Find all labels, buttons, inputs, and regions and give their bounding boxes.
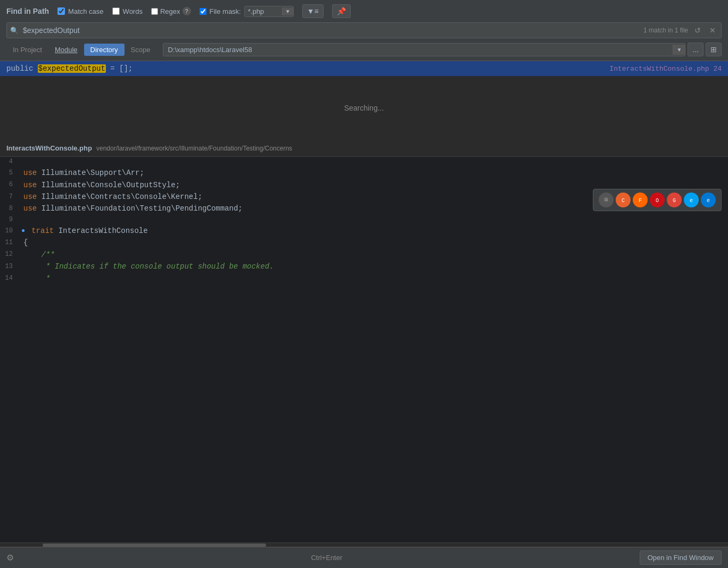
line-content-5: use Illuminate\Support\Arr; — [19, 167, 148, 179]
directory-input-row: ▼ — [163, 43, 685, 56]
line-num-7: 7 — [0, 191, 19, 203]
line-content-8: use Illuminate\Foundation\Testing\Pendin… — [19, 203, 247, 214]
tab-directory[interactable]: Directory — [84, 44, 125, 56]
code-line-14: 14 * — [0, 273, 728, 285]
line-content-14: * — [19, 273, 54, 285]
line-content-12: /** — [19, 249, 59, 261]
code-line-10: 10 ● trait InteractsWithConsole — [0, 225, 728, 237]
line-num-14: 14 — [0, 273, 19, 285]
browser-icon-chrome[interactable]: C — [616, 193, 631, 207]
browser-icon-opera[interactable]: O — [650, 193, 665, 207]
file-header-path: vendor/laravel/framework/src/Illuminate/… — [96, 145, 292, 152]
regex-checkbox[interactable] — [151, 8, 158, 15]
words-group: Words — [112, 7, 143, 15]
words-checkbox[interactable] — [112, 7, 120, 15]
line-content-11: { — [19, 237, 32, 248]
words-label[interactable]: Words — [123, 7, 143, 15]
browser-icon-menu[interactable]: ≡ — [599, 193, 614, 207]
filter-icon-btn[interactable]: ▼≡ — [302, 4, 324, 18]
close-search-btn[interactable]: ✕ — [707, 25, 718, 36]
tree-icon: ⊞ — [710, 45, 717, 54]
line-content-7: use Illuminate\Contracts\Console\Kernel; — [19, 191, 206, 203]
browser-icon-google[interactable]: G — [667, 193, 682, 207]
pin-icon: 📌 — [337, 7, 346, 15]
pin-btn[interactable]: 📌 — [332, 4, 351, 18]
settings-btn[interactable]: ⚙ — [6, 553, 14, 563]
result-code-prefix: public — [6, 64, 38, 73]
line-content-10: trait InteractsWithConsole — [27, 225, 152, 237]
replace-btn[interactable]: ↺ — [692, 25, 703, 36]
file-header-name: InteractsWithConsole.php — [6, 144, 92, 152]
result-file-name: InteractsWithConsole.php — [609, 65, 709, 73]
search-input[interactable] — [23, 24, 639, 37]
bottom-bar: ⚙ Ctrl+Enter Open in Find Window — [0, 547, 728, 568]
match-case-label[interactable]: Match case — [68, 7, 103, 15]
result-row: public $expectedOutput = []; InteractsWi… — [0, 61, 728, 76]
file-mask-group: File mask: ▼ — [200, 6, 294, 17]
search-result-meta: 1 match in 1 file — [643, 27, 688, 34]
panel-title: Find in Path — [6, 7, 49, 15]
line-num-8: 8 — [0, 203, 19, 214]
browse-label: ... — [692, 45, 699, 54]
regex-label[interactable]: Regex — [160, 7, 180, 15]
code-line-5: 5 use Illuminate\Support\Arr; — [0, 167, 728, 179]
browse-btn[interactable]: ... — [688, 43, 704, 56]
gutter-dot-10: ● — [19, 225, 27, 237]
browser-icons-overlay: ≡ C F O G e e — [593, 189, 722, 211]
file-mask-label[interactable]: File mask: — [210, 7, 241, 15]
shortcut-hint: Ctrl+Enter — [311, 554, 342, 562]
horizontal-scrollbar[interactable] — [0, 542, 728, 547]
tab-scope[interactable]: Scope — [125, 44, 157, 56]
code-line-4: 4 — [0, 157, 728, 167]
file-mask-checkbox[interactable] — [200, 8, 206, 15]
scope-row: In Project Module Directory Scope ▼ ... … — [6, 43, 722, 56]
file-mask-input[interactable] — [245, 6, 282, 16]
filter-icon: ▼≡ — [307, 7, 319, 15]
directory-wrapper: ▼ ... ⊞ — [163, 43, 722, 56]
line-num-4: 4 — [0, 157, 19, 167]
regex-group: Regex ? — [151, 7, 191, 15]
toolbar-options-row: Find in Path Match case Words Regex ? Fi… — [6, 4, 722, 18]
line-content-9 — [19, 215, 28, 225]
tab-module[interactable]: Module — [48, 44, 84, 56]
svg-text:e: e — [707, 198, 710, 204]
svg-text:F: F — [639, 198, 642, 204]
searching-text: Searching... — [344, 104, 384, 112]
search-icon: 🔍 — [10, 27, 19, 35]
result-line-number: 24 — [713, 65, 722, 73]
match-case-group: Match case — [57, 7, 103, 15]
result-match-highlight: $expectedOutput — [38, 64, 106, 73]
file-mask-dropdown-btn[interactable]: ▼ — [282, 7, 293, 15]
scrollbar-thumb[interactable] — [43, 544, 266, 547]
code-editor[interactable]: 4 5 use Illuminate\Support\Arr; 6 use Il… — [0, 157, 728, 542]
tab-in-project[interactable]: In Project — [6, 44, 48, 56]
find-in-path-toolbar: Find in Path Match case Words Regex ? Fi… — [0, 0, 728, 61]
settings-icon: ⚙ — [6, 553, 14, 562]
line-num-12: 12 — [0, 249, 19, 261]
match-case-checkbox[interactable] — [57, 7, 65, 15]
regex-help-icon[interactable]: ? — [183, 7, 191, 15]
directory-input[interactable] — [163, 44, 673, 56]
line-num-6: 6 — [0, 179, 19, 191]
result-code-suffix: = []; — [106, 64, 133, 73]
directory-dropdown-btn[interactable]: ▼ — [673, 45, 685, 55]
svg-text:O: O — [656, 198, 659, 204]
line-content-13: * Indicates if the console output should… — [19, 261, 278, 272]
browser-icon-edge[interactable]: e — [701, 193, 716, 207]
svg-text:C: C — [622, 198, 625, 204]
line-content-6: use Illuminate\Console\OutputStyle; — [19, 179, 184, 191]
code-line-12: 12 /** — [0, 249, 728, 261]
open-find-window-btn[interactable]: Open in Find Window — [640, 550, 722, 565]
tree-view-btn[interactable]: ⊞ — [706, 43, 722, 56]
browser-icon-ie[interactable]: e — [684, 193, 699, 207]
file-header: InteractsWithConsole.php vendor/laravel/… — [0, 140, 728, 157]
result-file-info: InteractsWithConsole.php 24 — [609, 65, 722, 73]
browser-icon-firefox[interactable]: F — [633, 193, 648, 207]
find-in-path-panel: Find in Path Match case Words Regex ? Fi… — [0, 0, 728, 568]
line-num-11: 11 — [0, 237, 19, 248]
code-line-11: 11 { — [0, 237, 728, 248]
line-num-5: 5 — [0, 167, 19, 179]
result-code: public $expectedOutput = []; — [6, 64, 133, 73]
code-line-9: 9 — [0, 215, 728, 225]
line-content-4 — [19, 157, 28, 167]
